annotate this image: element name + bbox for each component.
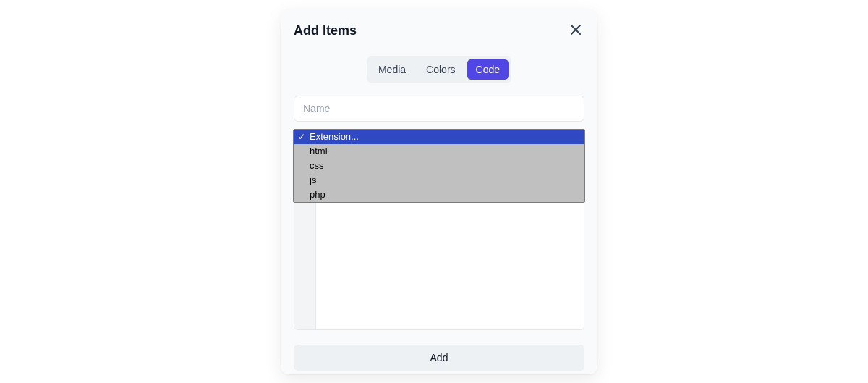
modal-title: Add Items <box>294 23 357 38</box>
name-input[interactable] <box>294 96 584 122</box>
extension-dropdown[interactable]: Extension... html css js php <box>293 129 585 203</box>
add-button[interactable]: Add <box>294 345 584 371</box>
modal-footer: Add <box>294 345 584 371</box>
tab-media[interactable]: Media <box>370 59 414 80</box>
extension-option-css[interactable]: css <box>294 159 584 173</box>
name-field <box>294 96 584 122</box>
extension-option-php[interactable]: php <box>294 188 584 202</box>
tab-colors[interactable]: Colors <box>417 59 464 80</box>
close-icon <box>571 25 581 37</box>
extension-option-js[interactable]: js <box>294 173 584 188</box>
tabs: Media Colors Code <box>367 56 511 83</box>
add-items-modal: Add Items Media Colors Code Extension...… <box>281 9 597 374</box>
extension-option-html[interactable]: html <box>294 144 584 159</box>
extension-option-placeholder[interactable]: Extension... <box>294 130 584 144</box>
close-button[interactable] <box>567 22 584 39</box>
modal-header: Add Items <box>294 20 584 43</box>
tab-code[interactable]: Code <box>467 59 509 80</box>
extension-select[interactable]: Extension... html css js php <box>294 129 584 155</box>
